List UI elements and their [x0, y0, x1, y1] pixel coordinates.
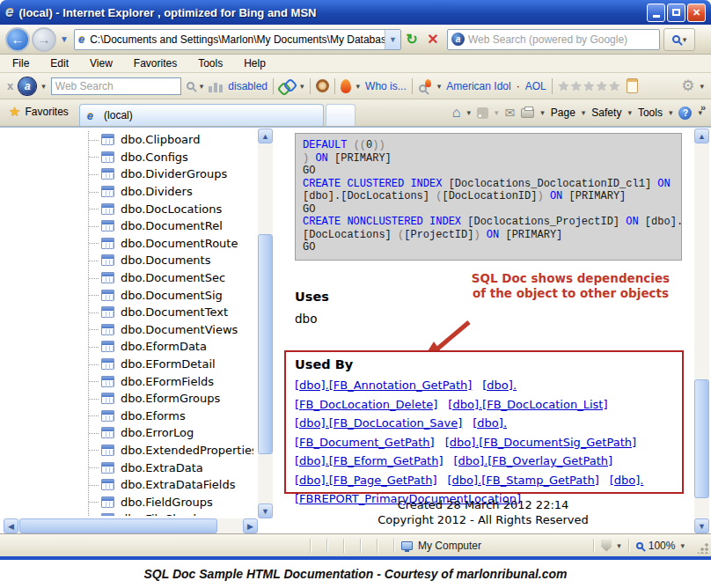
used-by-link[interactable]: [FB_DocLocation_Delete]	[295, 398, 437, 411]
gear-dropdown[interactable]: ▾	[700, 82, 704, 91]
rating-stars[interactable]: ★★★★★	[558, 78, 621, 94]
tree-item[interactable]: dbo.Eforms	[89, 408, 253, 425]
favorites-button[interactable]: Favorites	[25, 106, 68, 118]
safety-menu[interactable]: Safety	[591, 107, 621, 119]
new-tab-stub[interactable]	[326, 104, 356, 126]
menu-item-favorites[interactable]: Favorites	[134, 57, 177, 70]
maximize-button[interactable]	[667, 4, 685, 22]
scroll-right-button[interactable]: ▶	[243, 518, 258, 533]
web-search-input[interactable]	[468, 33, 656, 46]
page-menu[interactable]: Page	[551, 107, 575, 119]
home-dropdown[interactable]: ▾	[466, 108, 471, 117]
whois-button[interactable]: Who is...	[365, 80, 407, 92]
chart-icon[interactable]	[209, 80, 223, 92]
tree-item[interactable]: dbo.DividerGroups	[89, 165, 253, 183]
print-icon[interactable]	[521, 108, 534, 118]
flame-dropdown[interactable]: ▾	[356, 82, 361, 91]
protected-mode-dropdown[interactable]: ▾	[617, 541, 621, 550]
used-by-link[interactable]: [dbo].[FB_Stamp_GetPath]	[447, 474, 598, 487]
address-dropdown[interactable]: ▼	[385, 30, 400, 49]
address-input[interactable]	[90, 33, 385, 46]
close-button[interactable]: ✕	[687, 4, 706, 22]
disabled-label[interactable]: disabled	[228, 80, 268, 92]
hot-search-icon[interactable]	[418, 79, 432, 93]
scroll-left-button[interactable]: ◀	[4, 518, 18, 533]
tree-item[interactable]: dbo.Configs	[89, 149, 253, 166]
used-by-link[interactable]: [dbo].[FB_DocLocation_Save]	[295, 416, 462, 430]
menu-item-file[interactable]: File	[12, 57, 29, 70]
used-by-link[interactable]: [dbo].[FB_Page_GetPath]	[295, 474, 436, 487]
link-dropdown[interactable]: ▾	[300, 82, 304, 91]
zoom-icon[interactable]	[636, 542, 643, 549]
tree-item[interactable]: dbo.Dividers	[89, 183, 253, 201]
tree-item[interactable]: dbo.FileChecks	[89, 511, 253, 516]
tree-item[interactable]: dbo.ErrorLog	[89, 424, 253, 442]
recent-pages-dropdown[interactable]: ▼	[60, 34, 69, 44]
tree-item[interactable]: dbo.Documents	[89, 252, 253, 269]
menu-item-view[interactable]: View	[90, 57, 113, 70]
minimize-button[interactable]	[647, 4, 665, 22]
tree-item[interactable]: dbo.DocumentRoute	[89, 235, 253, 253]
mail-icon[interactable]: ✉	[505, 106, 516, 120]
menu-item-edit[interactable]: Edit	[50, 57, 69, 70]
web-search-box[interactable]: a	[447, 29, 660, 50]
print-dropdown[interactable]: ▾	[540, 108, 545, 117]
history-icon[interactable]	[316, 79, 329, 92]
used-by-link[interactable]: [dbo].[FB_Annotation_GetPath]	[295, 379, 472, 392]
overflow-chevron[interactable]: »	[700, 102, 706, 113]
toolbar-search-icon[interactable]	[187, 82, 194, 90]
scroll-down-button[interactable]: ▼	[694, 518, 709, 533]
tree-item[interactable]: dbo.DocumentSec	[89, 269, 253, 287]
stop-button[interactable]: ✕	[422, 29, 443, 50]
tree-horizontal-scrollbar[interactable]: ◀ ▶	[4, 518, 258, 533]
used-by-link[interactable]: [dbo].	[473, 416, 507, 430]
tree-item[interactable]: dbo.Clipboard	[89, 131, 253, 149]
toolbar-search-dropdown[interactable]: ▾	[200, 82, 204, 91]
used-by-link[interactable]: [dbo].[FB_DocLocation_List]	[448, 398, 607, 411]
forward-button[interactable]: →	[32, 27, 56, 52]
hot-search-dropdown[interactable]: ▾	[437, 82, 442, 91]
refresh-button[interactable]: ↻	[401, 29, 422, 50]
tree-item[interactable]: dbo.FieldGroups	[89, 493, 253, 511]
menu-item-tools[interactable]: Tools	[198, 57, 223, 70]
tree-item[interactable]: dbo.ExtraDataFields	[89, 476, 253, 494]
toolbar-close-button[interactable]: x	[7, 79, 13, 92]
tree-item[interactable]: dbo.DocumentText	[89, 304, 253, 321]
tree-item[interactable]: dbo.DocumentRel	[89, 217, 253, 235]
tree-item[interactable]: dbo.EFormFields	[89, 372, 253, 390]
scroll-up-button[interactable]: ▲	[694, 129, 709, 143]
american-idol-link[interactable]: American Idol	[446, 80, 510, 92]
tree-item[interactable]: dbo.DocumentSig	[89, 286, 253, 304]
used-by-link[interactable]: [FB_Document_GetPath]	[295, 436, 435, 449]
tree-item[interactable]: dbo.EformData	[89, 338, 253, 356]
home-icon[interactable]: ⌂	[452, 105, 461, 121]
used-by-link[interactable]: [dbo].[FB_Eform_GetPath]	[295, 454, 443, 467]
scroll-up-button[interactable]: ▲	[258, 129, 273, 143]
notepad-icon[interactable]	[627, 78, 638, 93]
document-vertical-scrollbar[interactable]: ▲ ▼	[694, 129, 709, 533]
aol-icon[interactable]: a	[18, 77, 36, 95]
resize-grip[interactable]	[698, 543, 708, 554]
tree-item[interactable]: dbo.EFormDetail	[89, 356, 253, 373]
rss-dropdown[interactable]: ▾	[495, 108, 499, 117]
tree-vertical-scrollbar[interactable]: ▲ ▼	[258, 129, 273, 518]
tree-item[interactable]: dbo.ExtendedProperties	[89, 442, 253, 459]
gear-icon[interactable]: ⚙	[681, 77, 694, 95]
aol-dropdown[interactable]: ▾	[41, 82, 46, 91]
used-by-link[interactable]: [dbo].[FB_Overlay_GetPath]	[454, 454, 613, 467]
rss-feed-icon[interactable]	[477, 107, 488, 119]
zoom-dropdown[interactable]: ▾	[680, 541, 685, 550]
used-by-link[interactable]: [dbo].	[610, 474, 644, 487]
address-bar[interactable]: e ▼	[74, 29, 401, 50]
tree-item[interactable]: dbo.EformGroups	[89, 390, 253, 408]
scroll-down-button[interactable]: ▼	[258, 503, 273, 518]
zoom-level[interactable]: 100%	[649, 540, 676, 552]
tree-item[interactable]: dbo.DocLocations	[89, 200, 253, 217]
tree-item[interactable]: dbo.DocumentViews	[89, 321, 253, 339]
tab-local[interactable]: e (local)	[79, 104, 324, 126]
flame-icon[interactable]	[341, 79, 351, 93]
help-icon[interactable]: ?	[678, 107, 692, 120]
link-icon[interactable]	[279, 80, 295, 92]
protected-mode-icon[interactable]	[601, 540, 612, 552]
toolbar-search-input[interactable]	[51, 77, 181, 95]
